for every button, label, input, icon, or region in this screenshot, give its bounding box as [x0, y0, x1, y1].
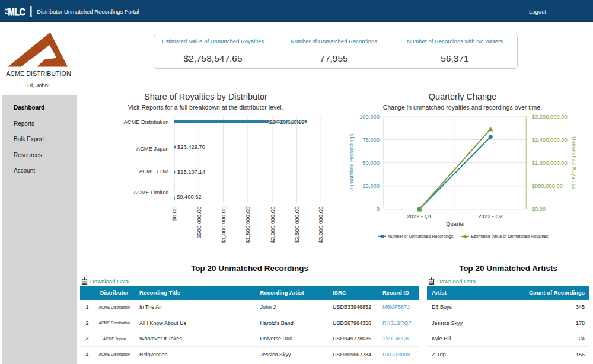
svg-text:$2,400,000.00: $2,400,000.00	[532, 136, 568, 143]
svg-text:$1,500,000.00: $1,500,000.00	[244, 206, 251, 244]
svg-text:$1,000,000.00: $1,000,000.00	[220, 206, 227, 244]
svg-text:$15,107.14: $15,107.14	[177, 168, 205, 175]
svg-text:$1,600,000.00: $1,600,000.00	[532, 159, 568, 166]
svg-text:$0.00: $0.00	[171, 206, 178, 221]
svg-text:$3,000,000.00: $3,000,000.00	[318, 206, 324, 244]
svg-text:100,000: 100,000	[359, 113, 380, 120]
svg-text:$2,000,000.00: $2,000,000.00	[269, 206, 276, 244]
svg-text:50,000: 50,000	[362, 159, 380, 166]
svg-text:ACME Distribution: ACME Distribution	[124, 119, 169, 125]
svg-text:Change in unmatched royalties: Change in unmatched royalties and record…	[383, 104, 543, 111]
svg-text:2022 - Q1: 2022 - Q1	[407, 213, 432, 219]
svg-text:ACME Limited: ACME Limited	[133, 190, 168, 196]
svg-text:Quarterly Change: Quarterly Change	[429, 92, 496, 101]
svg-text:Unmatched Recordings: Unmatched Recordings	[348, 133, 355, 191]
svg-text:0: 0	[377, 206, 380, 212]
svg-text:$9,400.62: $9,400.62	[177, 193, 202, 200]
svg-text:$23,429.70: $23,429.70	[177, 143, 205, 150]
svg-text:Estimated Value of Unmatched R: Estimated Value of Unmatched Royalties	[471, 234, 549, 239]
svg-text:75,000: 75,000	[362, 136, 380, 143]
svg-text:25,000: 25,000	[362, 183, 380, 189]
svg-text:Visit Reports for a full break: Visit Reports for a full breakdown at th…	[128, 104, 283, 111]
svg-text:Number of Unmatched Recordings: Number of Unmatched Recordings	[388, 234, 454, 239]
svg-text:Share of Royalties by Distribu: Share of Royalties by Distributor	[144, 92, 267, 101]
svg-text:$0.00: $0.00	[532, 206, 546, 212]
svg-text:Unmatched Royalties: Unmatched Royalties	[571, 136, 578, 189]
svg-text:MLC: MLC	[8, 7, 25, 18]
svg-text:$800,000.00: $800,000.00	[532, 183, 563, 189]
svg-text:$3,200,000.00: $3,200,000.00	[532, 113, 568, 120]
svg-text:2022 - Q2: 2022 - Q2	[478, 213, 503, 219]
svg-text:$500,000.00: $500,000.00	[196, 206, 202, 238]
svg-text:ACME Japan: ACME Japan	[136, 146, 169, 152]
svg-text:$2,710,610.19: $2,710,610.19	[269, 119, 305, 125]
svg-text:$2,500,000.00: $2,500,000.00	[294, 206, 300, 244]
svg-text:ACME EDM: ACME EDM	[139, 168, 168, 174]
svg-text:Quarter: Quarter	[446, 221, 465, 227]
